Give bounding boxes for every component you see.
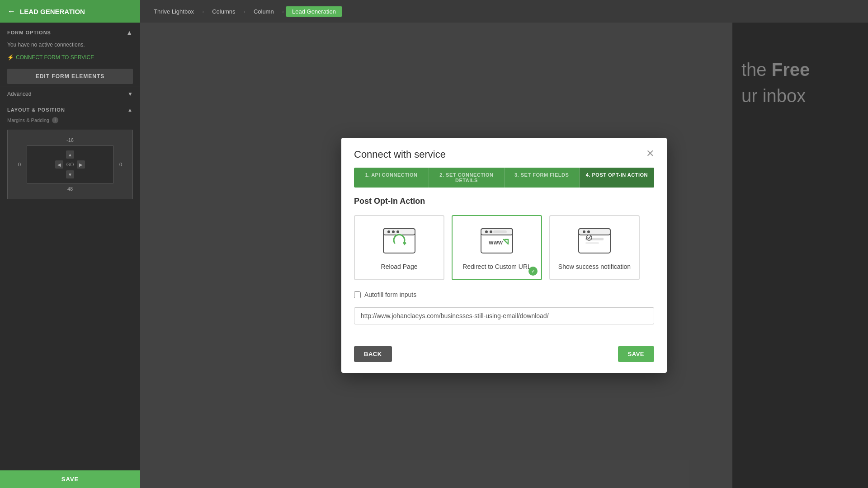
svg-point-4	[396, 230, 399, 233]
layout-chevron[interactable]: ▲	[127, 107, 133, 113]
redirect-url-label: Redirect to Custom URL	[462, 263, 531, 270]
spacing-right-value: 0	[116, 162, 125, 167]
redirect-url-icon: WWW	[479, 225, 515, 257]
action-cards-container: Reload Page WWW	[354, 215, 654, 280]
modal-title: Connect with service	[354, 149, 446, 160]
action-card-redirect[interactable]: WWW Redirect to Custom URL ✓	[452, 215, 542, 280]
spacing-top-value: -16	[15, 137, 125, 143]
breadcrumb-lead-generation[interactable]: Lead Generation	[286, 6, 342, 17]
sidebar-header: ← LEAD GENERATION	[0, 0, 140, 23]
tab-post-optin-action[interactable]: 4. POST OPT-IN ACTION	[580, 168, 654, 188]
tab-set-form-fields[interactable]: 3. SET FORM FIELDS	[505, 168, 580, 188]
svg-text:WWW: WWW	[489, 240, 503, 245]
action-card-success[interactable]: Show success notification	[549, 215, 640, 280]
spacing-bottom-value: 48	[15, 186, 125, 192]
action-card-reload[interactable]: Reload Page	[354, 215, 444, 280]
modal-overlay: Connect with service ✕ 1. API CONNECTION…	[140, 23, 868, 488]
svg-point-8	[485, 230, 488, 233]
form-options-chevron[interactable]: ▲	[126, 29, 133, 36]
wizard-tabs: 1. API CONNECTION 2. SET CONNECTION DETA…	[354, 168, 654, 188]
svg-rect-10	[493, 230, 507, 233]
svg-rect-17	[585, 242, 599, 244]
spacing-left-value: 0	[15, 162, 24, 167]
breadcrumb-thrive-lightbox[interactable]: Thrive Lightbox	[147, 6, 200, 17]
save-button[interactable]: SAVE	[618, 346, 654, 362]
spacing-left-button[interactable]: ◀	[55, 160, 63, 169]
svg-point-2	[387, 230, 390, 233]
breadcrumb-column[interactable]: Column	[247, 6, 280, 17]
layout-position-section: Layout & Position ▲	[0, 102, 140, 115]
autofill-checkbox[interactable]	[354, 291, 361, 298]
spacing-down-button[interactable]: ▼	[66, 170, 74, 178]
selected-check-badge: ✓	[528, 267, 538, 276]
advanced-section[interactable]: Advanced ▼	[0, 86, 140, 102]
back-button[interactable]: BACK	[354, 346, 392, 362]
spacing-box: -16 0 ▲ ◀ GO ▶ ▼	[0, 125, 140, 204]
svg-point-15	[587, 230, 590, 233]
success-notification-icon	[576, 225, 613, 257]
tab-api-connection[interactable]: 1. API CONNECTION	[354, 168, 429, 188]
url-input-container	[354, 307, 654, 324]
connect-form-link[interactable]: CONNECT FORM TO SERVICE	[0, 52, 140, 67]
main-canvas: the Free ur inbox Connect with service ✕…	[140, 23, 868, 488]
modal-close-button[interactable]: ✕	[646, 149, 654, 159]
success-notification-label: Show success notification	[558, 263, 631, 270]
svg-point-14	[583, 230, 585, 233]
info-icon: i	[52, 117, 58, 123]
svg-point-9	[490, 230, 492, 233]
form-options-section: Form Options ▲	[0, 23, 140, 40]
margins-label: Margins & Padding i	[0, 115, 140, 125]
no-connections-text: You have no active connections.	[0, 40, 140, 52]
spacing-center-value: GO	[66, 162, 74, 167]
back-button[interactable]: ←	[7, 7, 15, 16]
edit-form-elements-button[interactable]: EDIT FORM ELEMENTS	[7, 69, 133, 84]
autofill-label: Autofill form inputs	[364, 291, 416, 298]
save-bar[interactable]: SAVE	[0, 470, 140, 488]
sidebar-title: LEAD GENERATION	[20, 8, 85, 15]
modal-footer: BACK SAVE	[341, 346, 667, 373]
left-sidebar: ← LEAD GENERATION Form Options ▲ You hav…	[0, 0, 140, 488]
spacing-up-button[interactable]: ▲	[66, 150, 74, 159]
breadcrumb-bar: Thrive Lightbox › Columns › Column › Lea…	[140, 0, 868, 23]
autofill-row: Autofill form inputs	[354, 291, 654, 298]
post-optin-section-title: Post Opt-In Action	[354, 197, 654, 206]
spacing-right-button[interactable]: ▶	[77, 160, 85, 169]
breadcrumb-columns[interactable]: Columns	[206, 6, 241, 17]
svg-point-3	[392, 230, 395, 233]
modal-header: Connect with service ✕	[341, 138, 667, 168]
connect-service-modal: Connect with service ✕ 1. API CONNECTION…	[341, 138, 667, 373]
reload-page-icon	[381, 225, 417, 257]
modal-body: Post Opt-In Action	[341, 197, 667, 346]
url-input[interactable]	[354, 307, 654, 324]
reload-page-label: Reload Page	[381, 263, 418, 270]
tab-set-connection-details[interactable]: 2. SET CONNECTION DETAILS	[429, 168, 504, 188]
